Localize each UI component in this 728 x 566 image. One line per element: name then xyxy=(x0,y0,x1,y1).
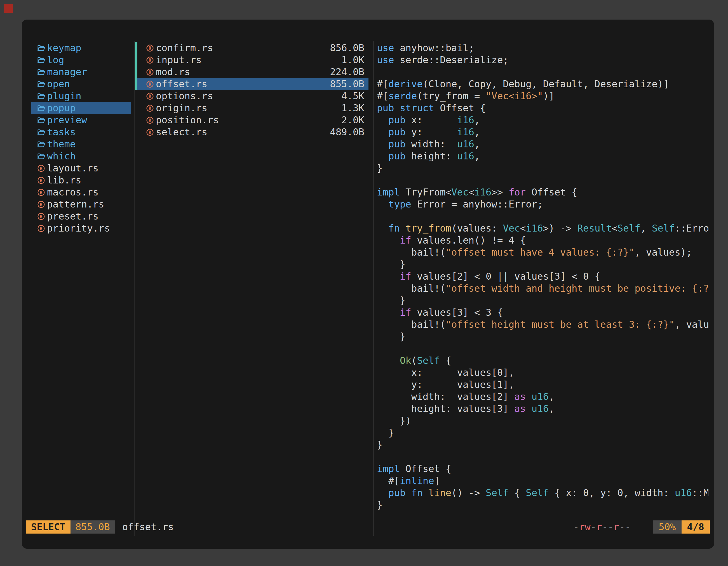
entry-label: plugin xyxy=(47,90,81,102)
code-line: } xyxy=(377,499,708,511)
code-line: fn try_from(values: Vec<i16>) -> Result<… xyxy=(377,222,708,234)
svg-text:R: R xyxy=(40,202,43,207)
file-size: 489.0B xyxy=(330,126,364,138)
rust-file-icon: R xyxy=(146,128,154,137)
entry-label: pattern.rs xyxy=(47,198,104,210)
code-line: if values.len() != 4 { xyxy=(377,234,708,247)
svg-text:R: R xyxy=(40,190,43,195)
file-size: 4.5K xyxy=(341,90,364,102)
file-name: position.rs xyxy=(156,114,219,126)
code-line: bail!("offset height must be at least 3:… xyxy=(377,318,708,330)
entry-label: which xyxy=(47,150,76,162)
folder-open-icon xyxy=(37,68,45,76)
sidebar-file-pattern-rs[interactable]: Rpattern.rs xyxy=(31,198,131,210)
file-row-input-rs[interactable]: Rinput.rs1.0K xyxy=(135,54,368,66)
sidebar-dir-preview[interactable]: preview xyxy=(31,114,131,126)
rust-file-icon: R xyxy=(37,176,45,185)
code-line: x: values[0], xyxy=(377,366,708,379)
svg-text:R: R xyxy=(40,214,43,219)
svg-text:R: R xyxy=(40,178,43,183)
code-line: use serde::Deserialize; xyxy=(377,54,708,66)
rust-file-icon: R xyxy=(37,224,45,233)
folder-open-icon xyxy=(37,116,45,125)
rust-file-icon: R xyxy=(146,92,154,100)
sidebar-file-preset-rs[interactable]: Rpreset.rs xyxy=(31,210,131,222)
svg-text:R: R xyxy=(149,69,151,75)
sidebar-file-priority-rs[interactable]: Rpriority.rs xyxy=(31,222,131,234)
file-row-offset-rs[interactable]: Roffset.rs855.0B xyxy=(135,78,368,90)
code-line: height: values[3] as u16, xyxy=(377,403,708,415)
code-line: pub fn line() -> Self { Self { x: 0, y: … xyxy=(377,487,708,499)
rust-file-icon: R xyxy=(37,200,45,209)
rust-file-icon: R xyxy=(146,116,154,125)
file-row-options-rs[interactable]: Roptions.rs4.5K xyxy=(135,90,368,102)
parent-pane: keymaplogmanageropenpluginpopuppreviewta… xyxy=(31,42,131,234)
code-line: y: values[1], xyxy=(377,379,708,391)
sidebar-file-layout-rs[interactable]: Rlayout.rs xyxy=(31,162,131,174)
terminal-window: keymaplogmanageropenpluginpopuppreviewta… xyxy=(22,20,714,549)
sidebar-dir-which[interactable]: which xyxy=(31,150,131,162)
entry-label: keymap xyxy=(47,42,81,54)
sidebar-file-macros-rs[interactable]: Rmacros.rs xyxy=(31,186,131,198)
status-right: -rw-r--r-- 50% 4/8 xyxy=(573,520,710,534)
sidebar-dir-tasks[interactable]: tasks xyxy=(31,126,131,138)
code-line: if values[2] < 0 || values[3] < 0 { xyxy=(377,271,708,283)
code-line: pub x: i16, xyxy=(377,114,708,126)
code-line: bail!("offset must have 4 values: {:?}",… xyxy=(377,247,708,259)
code-line: }) xyxy=(377,415,708,427)
code-line xyxy=(377,174,708,186)
file-row-confirm-rs[interactable]: Rconfirm.rs856.0B xyxy=(135,42,368,54)
svg-text:R: R xyxy=(40,226,43,231)
code-line: } xyxy=(377,162,708,174)
file-row-position-rs[interactable]: Rposition.rs2.0K xyxy=(135,114,368,126)
folder-open-icon xyxy=(37,44,45,52)
folder-open-icon xyxy=(37,56,45,64)
file-row-mod-rs[interactable]: Rmod.rs224.0B xyxy=(135,66,368,78)
current-pane: Rconfirm.rs856.0BRinput.rs1.0KRmod.rs224… xyxy=(135,42,368,138)
entry-label: open xyxy=(47,78,70,90)
rust-file-icon: R xyxy=(37,164,45,173)
rust-file-icon: R xyxy=(146,56,154,64)
rust-file-icon: R xyxy=(37,212,45,221)
code-line: pub width: u16, xyxy=(377,138,708,150)
entry-label: tasks xyxy=(47,126,76,138)
entry-label: preview xyxy=(47,114,87,126)
code-line: } xyxy=(377,294,708,306)
file-name: options.rs xyxy=(156,90,213,102)
preview-pane: use anyhow::bail;use serde::Deserialize;… xyxy=(377,42,708,523)
pane-divider-right xyxy=(373,41,374,536)
code-line: width: values[2] as u16, xyxy=(377,391,708,403)
code-line xyxy=(377,451,708,463)
sidebar-dir-log[interactable]: log xyxy=(31,54,131,66)
svg-text:R: R xyxy=(149,118,151,123)
sidebar-dir-popup[interactable]: popup xyxy=(31,102,131,114)
rust-file-icon: R xyxy=(146,68,154,76)
svg-text:R: R xyxy=(149,81,151,87)
sidebar-dir-keymap[interactable]: keymap xyxy=(31,42,131,54)
pane-divider-left xyxy=(134,41,135,536)
code-line xyxy=(377,342,708,354)
svg-text:R: R xyxy=(149,93,151,99)
cursor-position-badge: 4/8 xyxy=(682,520,710,534)
sidebar-dir-theme[interactable]: theme xyxy=(31,138,131,150)
code-line: #[serde(try_from = "Vec<i16>")] xyxy=(377,90,708,102)
file-row-select-rs[interactable]: Rselect.rs489.0B xyxy=(135,126,368,138)
recording-indicator xyxy=(4,4,13,13)
status-bar: SELECT 855.0B offset.rs -rw-r--r-- 50% 4… xyxy=(26,520,710,534)
sidebar-dir-manager[interactable]: manager xyxy=(31,66,131,78)
sidebar-dir-plugin[interactable]: plugin xyxy=(31,90,131,102)
sidebar-file-lib-rs[interactable]: Rlib.rs xyxy=(31,174,131,186)
svg-text:R: R xyxy=(149,45,151,51)
file-name: input.rs xyxy=(156,54,202,66)
svg-text:R: R xyxy=(40,166,43,171)
file-row-origin-rs[interactable]: Rorigin.rs1.3K xyxy=(135,102,368,114)
code-line: pub y: i16, xyxy=(377,126,708,138)
rust-file-icon: R xyxy=(146,104,154,112)
entry-label: macros.rs xyxy=(47,186,98,198)
svg-text:R: R xyxy=(149,105,151,111)
folder-open-icon xyxy=(37,80,45,88)
permissions-text: -rw-r--r-- xyxy=(573,520,631,534)
code-line: impl TryFrom<Vec<i16>> for Offset { xyxy=(377,186,708,198)
sidebar-dir-open[interactable]: open xyxy=(31,78,131,90)
file-size: 1.0K xyxy=(341,54,364,66)
